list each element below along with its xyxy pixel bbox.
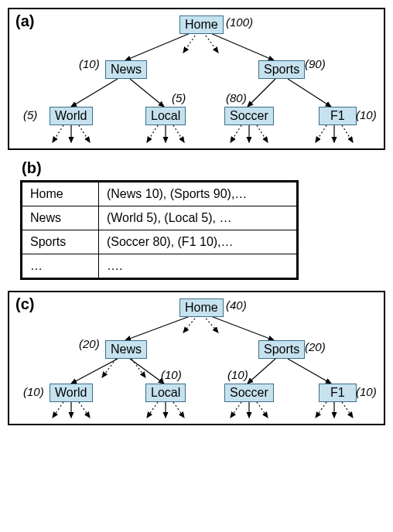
node-local: Local — [145, 107, 186, 125]
node-news: News — [105, 60, 147, 79]
node-sports: Sports — [258, 60, 305, 79]
tree-a: Home (100) News (10) Sports (90) World (… — [9, 9, 384, 148]
svg-line-39 — [316, 402, 326, 418]
annot-world-c: (10) — [23, 385, 44, 398]
table-row: News(World 5), (Local 5), … — [22, 206, 298, 230]
mapping-table: Home(News 10), (Sports 90),… News(World … — [20, 180, 299, 280]
cell-key: Sports — [22, 230, 99, 254]
cell-val: (Soccer 80), (F1 10),… — [98, 230, 297, 254]
table-row: ……. — [22, 254, 298, 279]
table-row: Home(News 10), (Sports 90),… — [22, 182, 298, 206]
svg-line-24 — [71, 359, 118, 384]
svg-line-21 — [209, 315, 274, 340]
cell-key: News — [22, 206, 99, 230]
panel-b-label: (b) — [22, 159, 385, 177]
svg-line-10 — [79, 125, 90, 142]
annot-sports: (90) — [305, 57, 326, 70]
svg-line-28 — [248, 359, 275, 384]
node-f1: F1 — [319, 107, 357, 125]
annot-local-c: (10) — [161, 368, 182, 381]
panel-c: (c) — [8, 291, 385, 425]
svg-line-29 — [288, 359, 331, 384]
node-f1-c: F1 — [319, 384, 357, 402]
svg-line-20 — [125, 315, 192, 340]
node-soccer: Soccer — [224, 107, 274, 125]
panel-b: (b) Home(News 10), (Sports 90),… News(Wo… — [8, 159, 385, 280]
svg-line-13 — [173, 125, 184, 142]
svg-line-1 — [209, 32, 274, 60]
cell-val: …. — [98, 254, 297, 279]
svg-line-6 — [248, 79, 275, 107]
svg-line-4 — [71, 79, 118, 107]
annot-soccer: (80) — [226, 91, 247, 104]
node-local-c: Local — [145, 384, 186, 402]
node-world-c: World — [50, 384, 93, 402]
svg-line-7 — [288, 79, 331, 107]
tree-c: Home (40) News (20) Sports (20) World (1… — [9, 292, 384, 424]
svg-line-11 — [147, 125, 158, 142]
node-home-c: Home — [179, 298, 224, 317]
svg-line-8 — [53, 125, 63, 142]
svg-line-26 — [102, 359, 116, 377]
annot-sports-c: (20) — [305, 340, 326, 353]
node-soccer-c: Soccer — [224, 384, 274, 402]
svg-line-5 — [130, 79, 164, 107]
annot-f1: (10) — [356, 108, 377, 121]
svg-line-35 — [173, 402, 184, 418]
annot-home: (100) — [226, 15, 253, 29]
node-news-c: News — [105, 340, 147, 359]
annot-news: (10) — [79, 57, 100, 70]
annot-f1-c: (10) — [356, 385, 377, 398]
annot-news-c: (20) — [79, 337, 100, 350]
panel-a: (a) — [8, 8, 385, 150]
node-home: Home — [179, 15, 224, 34]
svg-line-16 — [257, 125, 268, 142]
svg-line-41 — [342, 402, 353, 418]
cell-val: (World 5), (Local 5), … — [98, 206, 297, 230]
node-sports-c: Sports — [258, 340, 305, 359]
cell-key: … — [22, 254, 99, 279]
svg-line-14 — [231, 125, 241, 142]
svg-line-19 — [342, 125, 353, 142]
annot-soccer-c: (10) — [227, 368, 248, 381]
svg-line-30 — [53, 402, 63, 418]
svg-line-0 — [125, 32, 192, 60]
annot-home-c: (40) — [226, 298, 247, 312]
cell-key: Home — [22, 182, 99, 206]
annot-local: (5) — [172, 91, 186, 104]
svg-line-17 — [316, 125, 326, 142]
svg-line-33 — [147, 402, 158, 418]
table-row: Sports(Soccer 80), (F1 10),… — [22, 230, 298, 254]
svg-line-25 — [130, 359, 164, 384]
annot-world: (5) — [23, 108, 37, 121]
cell-val: (News 10), (Sports 90),… — [98, 182, 297, 206]
node-world: World — [50, 107, 93, 125]
svg-line-36 — [231, 402, 241, 418]
svg-line-38 — [257, 402, 268, 418]
svg-line-32 — [79, 402, 90, 418]
